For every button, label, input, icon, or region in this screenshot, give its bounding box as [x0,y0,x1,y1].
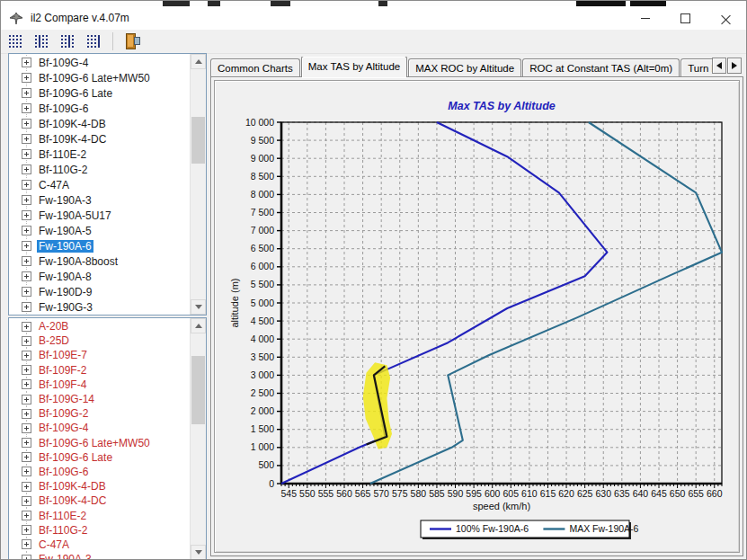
chart-view-button-1[interactable] [4,31,27,51]
aircraft-label[interactable]: Bf-109G-14 [37,393,96,405]
tree-item[interactable]: Bf-109F-4 [9,378,191,392]
expand-plus-icon[interactable] [22,256,31,266]
expand-plus-icon[interactable] [22,134,31,144]
maximize-button[interactable] [665,6,706,30]
expand-plus-icon[interactable] [22,423,31,433]
tree-item[interactable]: Bf-109G-4 [9,421,191,435]
tree-item[interactable]: Fw-190A-5U17 [9,208,191,223]
tree-item[interactable]: Bf-109G-6 Late [9,85,191,101]
tree-item[interactable]: Fw-190A-8boost [9,253,191,269]
aircraft-label[interactable]: Bf-109G-6 Late+MW50 [37,72,152,84]
expand-plus-icon[interactable] [22,379,31,389]
tree-item[interactable]: Bf-109G-2 [9,406,191,421]
expand-plus-icon[interactable] [22,103,31,113]
tab-scroll-left-button[interactable] [712,58,726,74]
tree-item[interactable]: Fw-190A-3 [9,552,191,560]
chart-view-button-4[interactable] [82,31,105,51]
tab-roc-at-constant-tas-alt-0m[interactable]: ROC at Constant TAS (Alt=0m) [522,58,680,77]
aircraft-label[interactable]: Bf-109G-6 Late [37,87,114,100]
expand-plus-icon[interactable] [22,149,31,159]
tree-item[interactable]: Bf-109G-4 [9,55,191,70]
aircraft-label[interactable]: Bf-109K-4-DC [37,133,108,146]
tree-item[interactable]: Bf-110E-2 [9,508,191,522]
scroll-up-button[interactable] [191,54,206,69]
aircraft-label[interactable]: Fw-190A-5U17 [37,209,113,222]
tab-turn-by-speed-alt[interactable]: Turn by speed (Alt= [680,58,714,77]
tree-item[interactable]: Bf-109G-14 [9,392,191,406]
expand-plus-icon[interactable] [22,409,31,419]
scroll-up-button[interactable] [191,318,206,333]
expand-plus-icon[interactable] [22,287,31,297]
aircraft-label[interactable]: Bf-110E-2 [37,148,88,161]
aircraft-label[interactable]: Bf-110G-2 [37,524,89,537]
minimize-button[interactable] [625,6,665,30]
expand-plus-icon[interactable] [22,195,31,205]
expand-plus-icon[interactable] [22,555,31,560]
tree-item[interactable]: Bf-109K-4-DC [9,493,191,508]
tree-item[interactable]: Bf-110G-2 [9,523,191,538]
tree-item[interactable]: Bf-109K-4-DB [9,479,191,493]
tree-item[interactable]: Fw-190D-9 [9,284,191,299]
aircraft-label[interactable]: Bf-109G-6 Late [37,451,114,464]
aircraft-label[interactable]: C-47A [37,538,71,551]
tree-item[interactable]: Bf-110E-2 [9,147,191,162]
tab-max-tas-by-altitude[interactable]: Max TAS by Altitude [301,57,407,77]
scroll-down-button[interactable] [191,299,206,315]
tree-item[interactable]: Bf-109G-6 [9,465,191,479]
expand-plus-icon[interactable] [22,164,31,174]
tree-item[interactable]: Bf-109G-6 Late [9,450,191,465]
tree-item[interactable]: Fw-190A-3 [9,192,191,208]
expand-plus-icon[interactable] [22,395,31,404]
expand-plus-icon[interactable] [22,496,31,506]
chart-view-button-3[interactable] [56,31,79,51]
aircraft-label[interactable]: Bf-109F-4 [37,378,88,391]
tab-max-roc-by-altitude[interactable]: MAX ROC by Altitude [408,58,521,77]
expand-plus-icon[interactable] [22,322,31,332]
tree-item[interactable]: Bf-109K-4-DB [9,116,191,131]
scroll-down-button[interactable] [191,545,206,560]
scrollbar[interactable] [190,54,206,315]
expand-plus-icon[interactable] [22,351,31,360]
aircraft-label[interactable]: Bf-109G-6 [37,102,90,115]
tab-common-charts[interactable]: Common Charts [210,58,300,77]
expand-plus-icon[interactable] [22,180,31,190]
tree-item[interactable]: A-20B [9,319,191,333]
tree-item[interactable]: B-25D [9,333,191,348]
expand-plus-icon[interactable] [22,482,31,492]
aircraft-label[interactable]: Fw-190D-9 [37,286,93,298]
aircraft-label[interactable]: Bf-109G-6 Late+MW50 [37,437,152,449]
aircraft-label[interactable]: Fw-190A-6 [37,240,93,253]
expand-plus-icon[interactable] [22,525,31,535]
aircraft-label[interactable]: Bf-110E-2 [37,510,88,522]
expand-plus-icon[interactable] [22,452,31,462]
aircraft-label[interactable]: Fw-190A-8boost [37,255,120,268]
aircraft-label[interactable]: Fw-190G-3 [37,301,94,314]
aircraft-label[interactable]: Bf-109K-4-DB [37,480,108,493]
aircraft-label[interactable]: Bf-109K-4-DC [37,494,108,507]
tree-item[interactable]: Bf-109G-6 Late+MW50 [9,436,191,450]
scrollbar-thumb[interactable] [191,356,205,424]
aircraft-label[interactable]: Bf-109E-7 [37,349,89,361]
tree-item[interactable]: C-47A [9,177,191,192]
tree-item[interactable]: Bf-109E-7 [9,348,191,362]
expand-plus-icon[interactable] [22,539,31,549]
tab-scroll-right-button[interactable] [727,58,742,74]
aircraft-label[interactable]: Bf-109G-2 [37,407,90,420]
expand-plus-icon[interactable] [22,241,31,251]
expand-plus-icon[interactable] [22,271,31,281]
aircraft-label[interactable]: Fw-190A-8 [37,271,93,283]
aircraft-label[interactable]: Fw-190A-3 [37,553,93,560]
tree-item[interactable]: Bf-109K-4-DC [9,131,191,147]
expand-plus-icon[interactable] [22,365,31,375]
aircraft-label[interactable]: C-47A [37,179,71,191]
aircraft-label[interactable]: Fw-190A-3 [37,194,93,207]
aircraft-label[interactable]: Bf-109G-4 [37,57,90,69]
aircraft-label[interactable]: Bf-109K-4-DB [37,118,108,130]
aircraft-label[interactable]: Bf-109G-6 [37,466,90,478]
tree-item[interactable]: Bf-109F-2 [9,363,191,378]
scrollbar-thumb[interactable] [191,117,205,164]
expand-plus-icon[interactable] [22,73,31,83]
chart-view-button-2[interactable] [30,31,53,51]
expand-plus-icon[interactable] [22,119,31,129]
scrollbar[interactable] [190,318,206,560]
